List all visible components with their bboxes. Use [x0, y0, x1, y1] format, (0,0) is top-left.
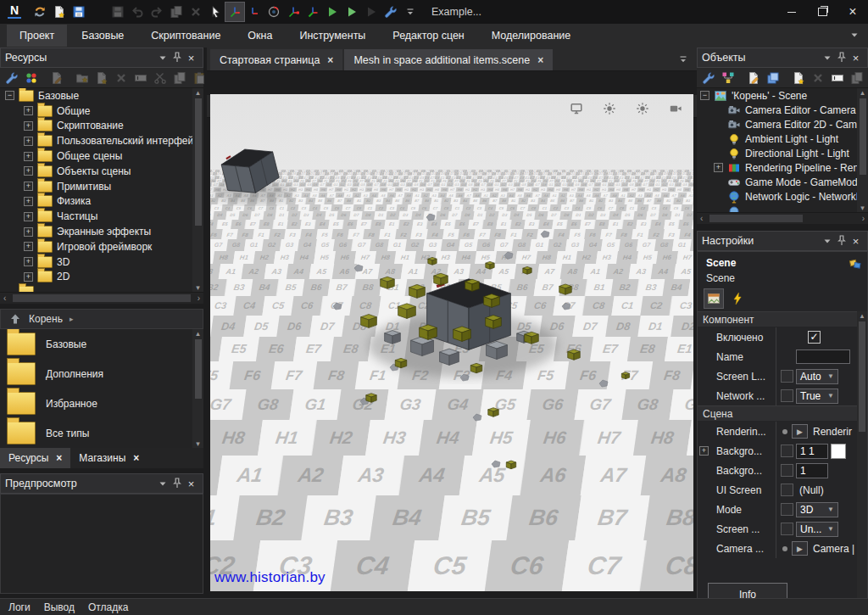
expand-icon[interactable]: +	[24, 152, 33, 161]
value-box[interactable]: 1	[796, 463, 828, 478]
resources-tree-item[interactable]: +Экранные эффекты	[0, 224, 203, 239]
tab-close-icon[interactable]: ×	[133, 452, 139, 464]
resources-tree-item[interactable]: +Игровой фреймворк	[0, 239, 203, 254]
monitor-icon[interactable]	[567, 99, 586, 118]
resources-tree-item[interactable]: +Объекты сцены	[0, 164, 203, 179]
statusbar-tab-вывод[interactable]: Вывод	[44, 601, 75, 613]
expand-icon[interactable]: +	[24, 227, 33, 237]
folder-list-item[interactable]: Избранное	[0, 389, 203, 418]
tab-overflow-icon[interactable]	[676, 53, 690, 69]
close-icon[interactable]: ×	[184, 51, 198, 64]
expand-ref-button[interactable]: ▶	[792, 424, 808, 439]
dropdown[interactable]: Un...▼	[796, 522, 838, 537]
expand-icon[interactable]: +	[24, 272, 33, 282]
doc-tab[interactable]: Mesh in space additional items.scene×	[344, 49, 553, 70]
menu-item-4[interactable]: Окна	[235, 25, 285, 47]
camcorder-icon[interactable]	[666, 99, 685, 118]
objects-tree-item[interactable]: Directional Light - Light	[697, 146, 868, 160]
reset-box[interactable]	[781, 503, 793, 516]
watermark-link[interactable]: www.historian.by	[214, 569, 326, 586]
value-box[interactable]: 1 1	[796, 444, 828, 459]
reset-box[interactable]	[781, 484, 793, 496]
statusbar-tab-логи[interactable]: Логи	[8, 601, 31, 613]
sun-icon[interactable]	[600, 99, 619, 118]
close-icon[interactable]: ×	[849, 234, 863, 248]
chevron-down-icon[interactable]	[155, 477, 170, 490]
text-input[interactable]	[796, 349, 850, 364]
chevron-down-icon[interactable]	[820, 234, 834, 248]
resources-tree-item[interactable]: +Общее сцены	[0, 148, 203, 164]
pin-icon[interactable]	[834, 234, 849, 248]
play-icon[interactable]	[323, 3, 342, 21]
cursor-icon[interactable]	[206, 3, 225, 21]
resources-tree-item[interactable]: +Пользовательский интерфейс	[0, 133, 203, 148]
objects-tree-item[interactable]: Game Mode - GameMode	[697, 175, 868, 189]
statusbar-tab-отладка[interactable]: Отладка	[88, 601, 128, 613]
objects-tree-item[interactable]: −'Корень' - Scene	[697, 88, 868, 103]
doc-tab[interactable]: Стартовая страница×	[210, 49, 342, 70]
gizmo-rotate-icon[interactable]	[264, 3, 283, 21]
objects-tree-item[interactable]: Ambient Light - Light	[697, 131, 868, 146]
panel-tab-магазины[interactable]: Магазины×	[70, 448, 147, 468]
rename-icon[interactable]	[828, 69, 847, 87]
resources-tree-hscrollbar[interactable]: ‹›	[0, 292, 203, 304]
folder-list-vscrollbar[interactable]: ▴▾	[192, 329, 203, 448]
reset-box[interactable]	[781, 523, 793, 535]
props-icon[interactable]	[704, 289, 723, 308]
collapse-icon[interactable]: −	[5, 91, 14, 100]
color-swatch[interactable]	[831, 444, 846, 459]
new-file-icon[interactable]	[50, 3, 69, 21]
close-icon[interactable]: ×	[849, 51, 863, 64]
resources-tree-item[interactable]: +2D	[0, 270, 203, 285]
wrench-icon[interactable]	[699, 69, 718, 87]
resources-tree-item[interactable]: −Базовые	[0, 88, 203, 103]
reset-box[interactable]	[781, 389, 793, 402]
menu-item-1[interactable]: Проект	[7, 25, 67, 47]
menu-item-6[interactable]: Редактор сцен	[380, 25, 476, 47]
expand-icon[interactable]: +	[24, 166, 33, 176]
expand-icon[interactable]: +	[24, 257, 33, 266]
expand-icon[interactable]: +	[24, 242, 33, 251]
resources-tree-item[interactable]: +3D	[0, 254, 203, 270]
save-icon[interactable]	[70, 3, 88, 21]
checkbox[interactable]: ✓	[808, 331, 821, 344]
dropdown[interactable]: True▼	[796, 389, 838, 404]
collapse-icon[interactable]: −	[700, 91, 709, 100]
menu-item-2[interactable]: Базовые	[69, 25, 136, 47]
gizmo-transform-icon[interactable]	[303, 3, 322, 21]
folder-list-item[interactable]: Дополнения	[0, 359, 203, 389]
refresh-icon[interactable]	[31, 3, 49, 21]
hierarchy-icon[interactable]	[719, 69, 737, 87]
reset-box[interactable]	[781, 444, 793, 457]
panel-tab-ресурсы[interactable]: Ресурсы×	[0, 448, 70, 468]
reset-box[interactable]	[781, 370, 793, 383]
app-logo[interactable]: N	[5, 3, 24, 20]
pin-icon[interactable]	[834, 51, 849, 64]
tab-close-icon[interactable]: ×	[56, 452, 62, 464]
chevron-down-icon[interactable]	[820, 51, 834, 64]
gizmo-select-icon[interactable]	[225, 3, 244, 21]
expand-icon[interactable]: +	[24, 212, 33, 221]
expand-icon[interactable]: +	[24, 197, 33, 206]
pin-icon[interactable]	[170, 477, 184, 490]
expand-ref-button[interactable]: ▶	[792, 541, 808, 556]
dropdown[interactable]: 3D▼	[796, 502, 838, 517]
resources-tree-item[interactable]: +Частицы	[0, 209, 203, 224]
expand-icon[interactable]: +	[714, 163, 723, 172]
settings-vscrollbar[interactable]: ▴▾	[857, 311, 867, 615]
expand-icon[interactable]: +	[24, 137, 33, 146]
expand-icon[interactable]: +	[24, 182, 33, 191]
group-header[interactable]: Компонент	[698, 311, 857, 327]
menu-item-5[interactable]: Инструменты	[287, 25, 378, 47]
resources-tree-item[interactable]: +Общие	[0, 103, 203, 119]
objects-tree-item[interactable]: Camera Editor 2D - Camera	[697, 117, 868, 131]
menu-overflow-chevron-icon[interactable]	[848, 28, 861, 44]
dropdown[interactable]: Auto▼	[796, 369, 838, 384]
play2-icon[interactable]	[342, 3, 361, 21]
objects-tree-item[interactable]: Network Logic - NetworkLogic	[697, 189, 868, 204]
minimize-button[interactable]	[776, 0, 807, 24]
windows-icon[interactable]	[764, 69, 782, 87]
resources-tree-item[interactable]: +Физика	[0, 194, 203, 210]
objects-tree-vscrollbar[interactable]: ▴▾	[857, 88, 868, 212]
components-icon[interactable]	[848, 257, 862, 271]
